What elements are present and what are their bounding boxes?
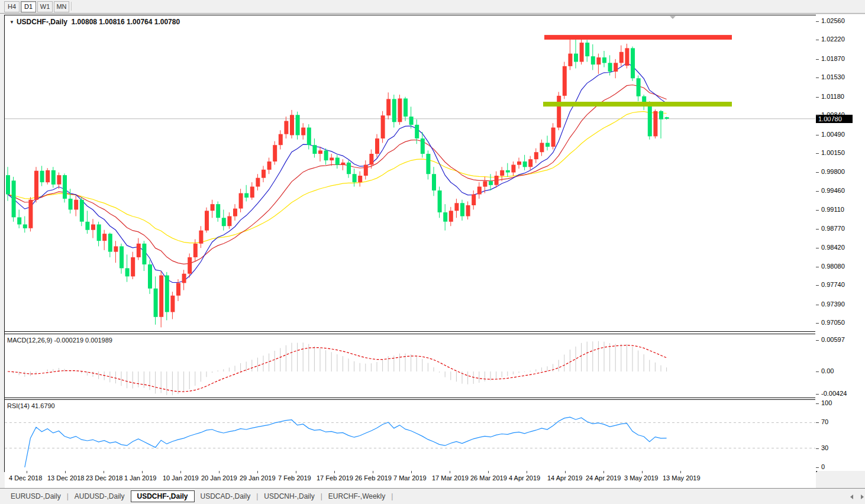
time-axis-label: 13 Dec 2018 xyxy=(47,474,84,482)
macd-histogram xyxy=(8,341,667,395)
rsi-name: RSI(14) xyxy=(7,402,30,409)
time-axis-label: 4 Dec 2018 xyxy=(9,474,42,482)
price-tick-label: 1.01530 xyxy=(821,73,845,80)
candle-body xyxy=(648,105,652,137)
tab-usdcnh-daily[interactable]: USDCNH-,Daily xyxy=(258,490,320,502)
price-tick-tick xyxy=(816,285,819,286)
candle-body xyxy=(364,165,368,176)
price-tick-tick xyxy=(816,172,819,173)
time-axis-tick xyxy=(411,471,412,473)
price-tick-tick xyxy=(816,135,819,135)
price-tick-tick xyxy=(816,115,819,116)
rsi-tick-tick xyxy=(816,422,819,423)
tab-audusd-daily[interactable]: AUDUSD-,Daily xyxy=(69,490,131,502)
rsi-value: 41.6790 xyxy=(31,402,55,409)
candle-body xyxy=(472,195,476,206)
time-axis-tick xyxy=(642,471,643,473)
price-tick-label: 1.02220 xyxy=(821,35,845,43)
macd-tick-tick xyxy=(816,340,819,341)
candle-body xyxy=(591,56,595,64)
tab-eurusd-daily[interactable]: EURUSD-,Daily xyxy=(5,490,67,502)
rsi-tick-label: 70 xyxy=(821,418,828,425)
candle-body xyxy=(63,175,67,199)
candle-body xyxy=(244,193,248,198)
macd-chart-svg[interactable] xyxy=(5,334,815,398)
candle-body xyxy=(574,54,578,62)
candle-body xyxy=(637,78,641,96)
candle-body xyxy=(398,99,402,122)
timeframe-button-mn[interactable]: MN xyxy=(54,1,69,12)
time-axis-label: 13 May 2019 xyxy=(663,474,701,482)
candle-body xyxy=(34,171,38,200)
candle-body xyxy=(57,175,61,185)
candle-body xyxy=(324,150,328,160)
candle-body xyxy=(188,257,192,274)
macd-tick-tick xyxy=(816,394,819,395)
candle-body xyxy=(369,154,373,165)
candle-body xyxy=(557,96,561,128)
candle-body xyxy=(239,193,243,209)
timeframe-button-h4[interactable]: H4 xyxy=(4,1,20,12)
candle-body xyxy=(46,170,50,182)
rsi-tick-tick xyxy=(816,448,819,449)
price-pane[interactable]: ▼USDCHF-,Daily 1.00808 1.00816 1.00764 1… xyxy=(5,15,815,331)
candle-body xyxy=(211,204,215,211)
candle-body xyxy=(159,276,163,317)
rsi-pane[interactable]: RSI(14) 41.6790 xyxy=(5,400,815,470)
candle-body xyxy=(165,276,169,312)
candle-body xyxy=(653,111,657,137)
price-axis[interactable]: 1.00780 1.025601.022201.018701.015301.01… xyxy=(816,15,865,471)
time-axis[interactable]: 4 Dec 201813 Dec 201823 Dec 20181 Jan 20… xyxy=(5,471,816,488)
candle-body xyxy=(330,158,334,161)
tab-usdcad-daily[interactable]: USDCAD-,Daily xyxy=(195,490,257,502)
price-tick-tick xyxy=(816,229,819,230)
candle-body xyxy=(148,264,152,289)
candle-body xyxy=(85,222,89,230)
price-tick-tick xyxy=(816,305,819,305)
candle-body xyxy=(222,218,226,226)
chart-ohlc-values: 1.00808 1.00816 1.00764 1.00780 xyxy=(72,18,180,26)
tab-usdchf-daily[interactable]: USDCHF-,Daily xyxy=(131,490,195,502)
tab-eurchf-weekly[interactable]: EURCHF-,Weekly xyxy=(322,490,391,502)
time-axis-tick xyxy=(27,471,27,473)
candle-body xyxy=(568,54,572,66)
chart-dropdown-icon[interactable]: ▼ xyxy=(9,20,14,25)
price-tick-label: 1.00150 xyxy=(821,149,845,156)
price-tick-tick xyxy=(816,40,819,40)
rsi-chart-svg[interactable] xyxy=(5,400,815,470)
rsi-label: RSI(14) 41.6790 xyxy=(7,402,55,409)
candle-body xyxy=(596,57,601,64)
tab-scroll-left-icon[interactable] xyxy=(850,495,853,499)
time-axis-label: 7 Mar 2019 xyxy=(393,474,427,482)
timeframe-button-d1[interactable]: D1 xyxy=(21,1,36,12)
price-tick-tick xyxy=(816,191,819,192)
candle-body xyxy=(216,204,220,218)
fast-ma-line xyxy=(8,63,667,283)
timeframe-button-w1[interactable]: W1 xyxy=(37,1,53,12)
rsi-tick-tick xyxy=(816,403,819,404)
candle-body xyxy=(563,66,567,96)
price-chart-svg[interactable] xyxy=(5,15,815,331)
chart-tabs: EURUSD-,Daily| AUDUSD-,Daily USDCHF-,Dai… xyxy=(5,489,393,504)
support-line-object[interactable] xyxy=(543,102,732,106)
candle-body xyxy=(511,165,515,173)
resistance-line-object[interactable] xyxy=(544,35,732,40)
price-tick-label: 1.00490 xyxy=(821,131,845,138)
candle-body xyxy=(546,143,550,147)
candle-body xyxy=(659,111,663,119)
chart-shift-marker-icon[interactable] xyxy=(670,16,676,19)
macd-pane[interactable]: MACD(12,26,9) -0.000219 0.001989 xyxy=(5,334,815,398)
tab-separator: | xyxy=(391,492,393,500)
time-axis-label: 4 Apr 2019 xyxy=(509,474,540,482)
time-axis-tick xyxy=(334,471,335,473)
candle-body xyxy=(318,150,322,154)
candle-body xyxy=(375,138,379,154)
candle-body xyxy=(17,217,21,224)
candle-body xyxy=(114,246,118,251)
tab-scroll-right-icon[interactable] xyxy=(861,495,864,499)
time-axis-label: 7 Feb 2019 xyxy=(278,474,311,482)
candle-body xyxy=(182,274,186,283)
candle-body xyxy=(631,48,635,78)
price-tick-tick xyxy=(816,248,819,248)
price-tick-tick xyxy=(816,97,819,98)
